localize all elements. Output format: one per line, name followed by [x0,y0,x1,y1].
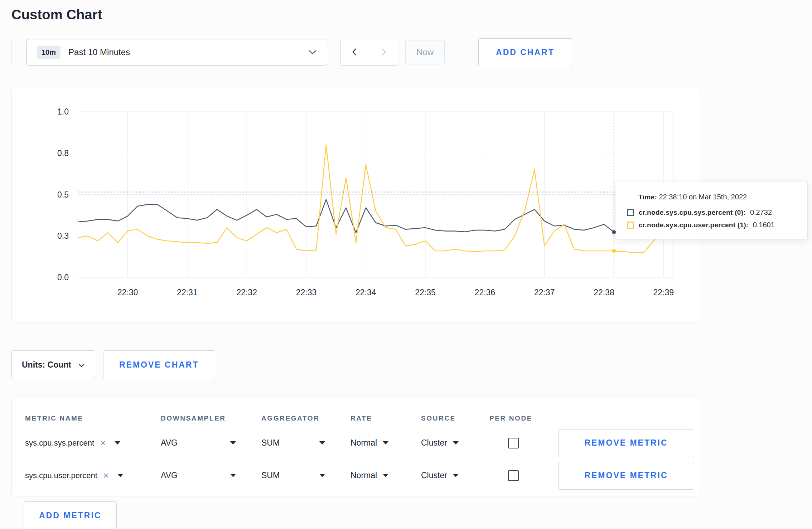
svg-text:0.8: 0.8 [57,149,69,158]
svg-text:22:30: 22:30 [117,288,138,297]
per-node-checkbox[interactable] [508,470,519,481]
col-header-aggregator: AGGREGATOR [261,414,351,422]
metric-row: sys.cpu.sys.percent × AVG SUM Normal Clu… [12,427,699,459]
svg-text:22:34: 22:34 [356,288,376,297]
metrics-table-header: METRIC NAME DOWNSAMPLER AGGREGATOR RATE … [12,410,699,427]
per-node-checkbox[interactable] [508,438,519,448]
svg-text:22:37: 22:37 [534,288,555,297]
rate-select[interactable]: Normal [351,471,421,480]
metric-name-select[interactable]: sys.cpu.sys.percent × [25,438,161,448]
source-select[interactable]: Cluster [421,471,489,480]
chevron-down-icon [78,360,85,370]
page-title: Custom Chart [0,0,812,23]
caret-down-icon [383,441,388,445]
caret-down-icon[interactable] [115,441,120,445]
time-nav-group [340,39,398,66]
svg-text:22:36: 22:36 [475,288,496,297]
tooltip-time-label: Time: [638,193,657,201]
caret-down-icon [319,474,325,477]
series-user-swatch-icon [627,222,634,229]
clear-metric-icon[interactable]: × [103,471,109,481]
svg-text:22:39: 22:39 [653,288,674,297]
prev-range-button[interactable] [340,39,369,65]
downsampler-value: AVG [161,471,178,480]
tooltip-series-label: cr.node.sys.cpu.sys.percent (0): [639,209,746,217]
aggregator-select[interactable]: SUM [261,438,325,448]
time-range-badge: 10m [37,46,61,59]
rate-value: Normal [351,471,377,480]
per-node-cell [489,470,558,481]
now-button[interactable]: Now [405,40,445,64]
chevron-down-icon [308,50,317,55]
tooltip-series-row: cr.node.sys.cpu.sys.percent (0): 0.2732 [627,208,797,217]
add-chart-button[interactable]: ADD CHART [478,38,572,66]
col-header-per-node: PER NODE [489,414,558,422]
source-select[interactable]: Cluster [421,438,489,448]
col-header-rate: RATE [351,414,421,422]
svg-text:22:31: 22:31 [177,288,198,297]
toolbar: 10m Past 10 Minutes Now ADD CHART [11,38,812,66]
per-node-cell [489,438,558,448]
metric-row: sys.cpu.user.percent × AVG SUM Normal Cl… [12,459,699,492]
caret-down-icon [453,474,459,477]
aggregator-value: SUM [261,438,280,448]
actions-cell: REMOVE METRIC [558,462,699,490]
caret-down-icon [230,441,236,445]
svg-text:0.3: 0.3 [57,231,69,241]
svg-text:1.0: 1.0 [57,107,69,116]
downsampler-select[interactable]: AVG [161,438,236,448]
svg-text:22:38: 22:38 [594,288,614,297]
caret-down-icon[interactable] [117,474,123,477]
series-sys-swatch-icon [627,209,634,216]
col-header-metric-name: METRIC NAME [25,414,161,422]
caret-down-icon [383,474,388,477]
actions-cell: REMOVE METRIC [558,429,699,457]
metric-name: sys.cpu.user.percent [25,471,97,480]
chart-card: 0.00.30.50.81.022:3022:3122:3222:3322:34… [11,88,699,322]
tooltip-series-value: 0.2732 [750,208,772,217]
rate-value: Normal [351,438,377,448]
chevron-left-icon [351,48,359,57]
source-value: Cluster [421,471,447,480]
remove-metric-button[interactable]: REMOVE METRIC [558,462,694,490]
tooltip-series-row: cr.node.sys.cpu.user.percent (1): 0.1601 [627,221,797,229]
rate-select[interactable]: Normal [351,438,421,448]
svg-text:0.5: 0.5 [57,190,69,199]
toolbar-divider [11,39,12,66]
chart-tooltip: Time: 22:38:10 on Mar 15th, 2022 cr.node… [616,182,808,239]
col-header-downsampler: DOWNSAMPLER [161,414,261,422]
add-metric-button[interactable]: ADD METRIC [24,501,117,529]
aggregator-value: SUM [261,471,280,480]
time-range-label: Past 10 Minutes [68,47,130,57]
downsampler-value: AVG [161,438,178,448]
custom-chart-page: Custom Chart 10m Past 10 Minutes Now A [0,0,812,529]
remove-metric-button[interactable]: REMOVE METRIC [558,429,694,457]
aggregator-select[interactable]: SUM [261,471,325,480]
source-value: Cluster [421,438,447,448]
chart-canvas[interactable]: 0.00.30.50.81.022:3022:3122:3222:3322:34… [12,88,700,322]
time-range-select[interactable]: 10m Past 10 Minutes [26,39,327,65]
tooltip-series-label: cr.node.sys.cpu.user.percent (1): [639,221,749,229]
caret-down-icon [319,441,325,445]
next-range-button[interactable] [369,39,398,65]
chart-controls-row: Units: Count REMOVE CHART [11,350,812,379]
svg-text:22:35: 22:35 [415,288,436,297]
units-select[interactable]: Units: Count [11,350,95,379]
svg-text:0.0: 0.0 [57,273,69,282]
tooltip-time: Time: 22:38:10 on Mar 15th, 2022 [638,193,797,201]
tooltip-series-value: 0.1601 [753,221,775,229]
metric-name-select[interactable]: sys.cpu.user.percent × [25,471,161,481]
caret-down-icon [453,441,459,445]
caret-down-icon [230,474,236,477]
chevron-right-icon [379,48,388,57]
units-label: Units: Count [22,360,71,370]
metrics-table: METRIC NAME DOWNSAMPLER AGGREGATOR RATE … [11,398,699,496]
downsampler-select[interactable]: AVG [161,471,236,480]
svg-text:22:33: 22:33 [296,288,317,297]
remove-chart-button[interactable]: REMOVE CHART [103,350,215,379]
tooltip-time-value: 22:38:10 on Mar 15th, 2022 [659,193,747,201]
svg-text:22:32: 22:32 [236,288,257,297]
col-header-source: SOURCE [421,414,489,422]
metric-name: sys.cpu.sys.percent [25,438,94,448]
clear-metric-icon[interactable]: × [100,438,106,448]
